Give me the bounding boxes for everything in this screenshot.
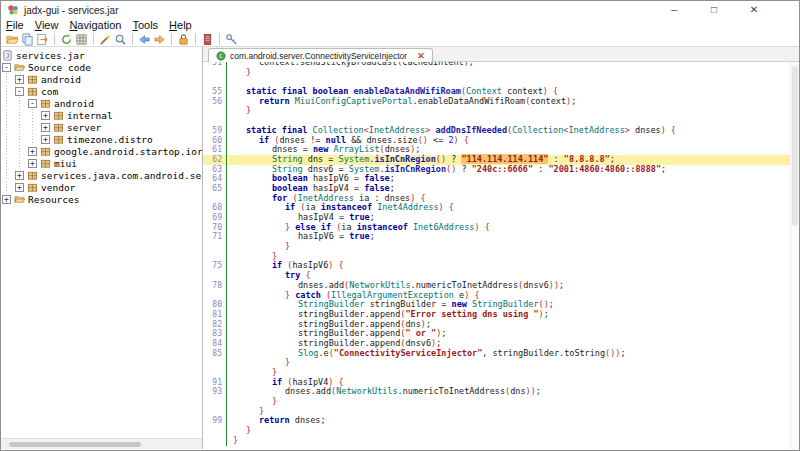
tree-node-internal[interactable]: +internal — [1, 109, 202, 121]
menu-navigation[interactable]: Navigation — [69, 19, 121, 32]
code-editor[interactable]: 51context.sendStickyBroadcast(cachedInte… — [203, 62, 799, 449]
window-controls: – □ ✕ — [654, 1, 774, 19]
export-icon[interactable] — [35, 32, 50, 46]
line-number: 71 — [203, 232, 227, 242]
tree-node-services-java-com-android-server-[interactable]: +services.java.com.android.server. — [1, 169, 202, 181]
text-search-icon[interactable] — [113, 32, 128, 46]
tab-close-icon[interactable]: ✕ — [417, 51, 425, 61]
line-number: 65 — [203, 184, 227, 194]
tree-node-label: vendor — [41, 182, 75, 193]
expand-icon[interactable]: + — [41, 123, 50, 132]
tree-horizontal-scrollbar[interactable] — [1, 438, 202, 449]
forward-icon[interactable] — [152, 32, 167, 46]
tree-node-com[interactable]: -com — [1, 85, 202, 97]
code-line: 99return dnses; — [203, 416, 799, 426]
reload-icon[interactable] — [59, 32, 74, 46]
collapse-icon[interactable]: - — [28, 99, 37, 108]
tree-node-label: services.java.com.android.server. — [41, 170, 202, 181]
save-all-icon[interactable] — [20, 32, 35, 46]
toolbar-separator — [93, 33, 94, 45]
code-line: 81stringBuilder.append("Error setting dn… — [203, 310, 799, 320]
code-text: return dnses; — [228, 416, 326, 426]
toolbar-separator — [171, 33, 172, 45]
line-number — [203, 68, 227, 78]
class-icon: C — [216, 51, 226, 61]
code-text: } — [228, 106, 251, 116]
code-line: 83stringBuilder.append(" or "); — [203, 329, 799, 339]
tree-node-vendor[interactable]: +vendor — [1, 181, 202, 193]
tab-connectivity-service-injector[interactable]: C com.android.server.ConnectivityService… — [208, 48, 433, 62]
package-icon — [53, 134, 64, 145]
tree-node-miui[interactable]: +miui — [1, 157, 202, 169]
expand-icon[interactable]: + — [41, 111, 50, 120]
flat-packages-icon[interactable] — [74, 32, 89, 46]
expand-icon[interactable]: + — [28, 159, 37, 168]
menu-file[interactable]: File — [6, 19, 24, 32]
tree-node-google-android-startop-iorap[interactable]: +google.android.startop.iorap — [1, 145, 202, 157]
tree-hscrollbar-thumb[interactable] — [9, 442, 141, 447]
tree-guide-line — [2, 85, 15, 97]
deobfuscation-wand-icon[interactable] — [98, 32, 113, 46]
maximize-button[interactable]: □ — [694, 1, 734, 19]
menu-help[interactable]: Help — [169, 19, 192, 32]
tree-node-timezone-distro[interactable]: +timezone.distro — [1, 133, 202, 145]
code-line: 70} else if (ia instanceof Inet6Address)… — [203, 223, 799, 233]
lock-icon[interactable] — [176, 32, 191, 46]
minimize-button[interactable]: – — [654, 1, 694, 19]
folder-icon — [14, 62, 25, 73]
line-number: 69 — [203, 213, 227, 223]
code-text: } — [228, 426, 251, 436]
collapse-icon[interactable]: - — [15, 87, 24, 96]
back-icon[interactable] — [137, 32, 152, 46]
line-number: 61 — [203, 145, 227, 155]
package-icon — [40, 98, 51, 109]
code-text — [228, 77, 233, 87]
project-tree-panel: Jservices.jar-Source code+android-com-an… — [1, 47, 203, 449]
tree-guide-line — [15, 157, 28, 169]
editor-pane: C com.android.server.ConnectivityService… — [203, 47, 799, 449]
tree-node-server[interactable]: +server — [1, 121, 202, 133]
tree-guide-line — [15, 121, 28, 133]
line-number: 56 — [203, 97, 227, 107]
menu-tools[interactable]: Tools — [132, 19, 158, 32]
menu-bar: FileViewNavigationToolsHelp — [1, 19, 799, 32]
menu-view[interactable]: View — [35, 19, 59, 32]
tree-node-services-jar[interactable]: Jservices.jar — [1, 49, 202, 61]
close-button[interactable]: ✕ — [734, 1, 774, 19]
code-text — [228, 116, 233, 126]
code-lines: 51context.sendStickyBroadcast(cachedInte… — [203, 62, 799, 446]
expand-icon[interactable]: + — [2, 195, 11, 204]
line-number: 70 — [203, 223, 227, 233]
code-text: } — [228, 252, 277, 262]
tree-node-label: Resources — [28, 194, 79, 205]
open-file-icon[interactable] — [5, 32, 20, 46]
code-vscrollbar-thumb[interactable] — [792, 66, 798, 226]
code-line: 82stringBuilder.append(dns); — [203, 320, 799, 330]
expand-icon[interactable]: + — [15, 171, 24, 180]
main-split: Jservices.jar-Source code+android-com-an… — [1, 47, 799, 449]
tree-node-source-code[interactable]: -Source code — [1, 61, 202, 73]
line-number: 80 — [203, 300, 227, 310]
collapse-icon[interactable]: - — [2, 63, 11, 72]
line-number: 83 — [203, 329, 227, 339]
line-number: 84 — [203, 339, 227, 349]
tree-node-label: timezone.distro — [67, 134, 153, 145]
code-text: } — [228, 358, 290, 368]
expand-icon[interactable]: + — [15, 183, 24, 192]
expand-icon[interactable]: + — [41, 135, 50, 144]
package-icon — [53, 110, 64, 121]
window-title: jadx-gui - services.jar — [24, 5, 118, 16]
line-number — [203, 407, 227, 417]
folder-icon — [14, 194, 25, 205]
code-vertical-scrollbar[interactable] — [790, 62, 799, 449]
preferences-icon[interactable] — [224, 32, 239, 46]
code-line: 56return MiuiConfigCaptivePortal.enableD… — [203, 97, 799, 107]
tree-node-android[interactable]: -android — [1, 97, 202, 109]
log-viewer-icon[interactable] — [200, 32, 215, 46]
expand-icon[interactable]: + — [15, 75, 24, 84]
tree-node-android[interactable]: +android — [1, 73, 202, 85]
line-number: 81 — [203, 310, 227, 320]
tree-node-resources[interactable]: +Resources — [1, 193, 202, 205]
tree-guide-line — [2, 97, 15, 109]
expand-icon[interactable]: + — [28, 147, 37, 156]
